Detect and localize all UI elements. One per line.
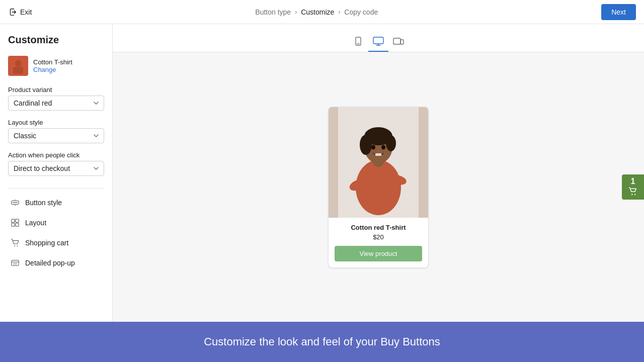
sidebar-item-button-style[interactable]: Button style [8, 193, 104, 213]
exit-button[interactable]: Exit [8, 8, 32, 17]
responsive-icon [393, 36, 404, 46]
bottom-banner: Customize the look and feel of your Buy … [0, 322, 644, 362]
layout-style-label: Layout style [8, 119, 104, 126]
svg-rect-15 [393, 38, 400, 44]
device-desktop-button[interactable] [368, 32, 388, 52]
breadcrumb-customize: Customize [301, 8, 334, 16]
svg-rect-12 [12, 260, 19, 266]
sidebar-item-shopping-cart[interactable]: Shopping cart [8, 233, 104, 253]
sidebar-item-detailed-popup-label: Detailed pop-up [25, 259, 75, 267]
action-click-label: Action when people click [8, 151, 104, 159]
mobile-icon [353, 36, 363, 46]
preview-canvas: Cotton red T-shirt $20 View product 1 [113, 52, 644, 322]
product-change-link[interactable]: Change [33, 66, 72, 73]
svg-point-11 [17, 245, 18, 246]
svg-point-31 [634, 194, 636, 196]
svg-point-5 [15, 205, 16, 206]
header: Exit Button type › Customize › Copy code… [0, 0, 644, 24]
bottom-banner-text: Customize the look and feel of your Buy … [204, 335, 440, 348]
svg-point-30 [631, 194, 633, 196]
action-click-select[interactable]: Direct to checkout Add to cart Open prod… [8, 161, 104, 176]
sidebar-item-detailed-popup[interactable]: Detailed pop-up [8, 253, 104, 273]
svg-rect-7 [16, 219, 19, 222]
product-card-title: Cotton red T-shirt [335, 224, 422, 231]
sidebar-divider [8, 188, 104, 189]
popup-icon [10, 258, 20, 268]
breadcrumb-copy-code[interactable]: Copy code [344, 8, 378, 16]
breadcrumb-chevron-1: › [295, 9, 297, 16]
svg-point-26 [386, 135, 396, 151]
exit-label: Exit [20, 8, 32, 16]
sidebar-title: Customize [8, 34, 104, 46]
layout-style-group: Layout style Classic Modern Minimal [8, 119, 104, 143]
product-name: Cotton T-shirt [33, 58, 72, 66]
sidebar-item-layout[interactable]: Layout [8, 213, 104, 233]
svg-rect-16 [400, 40, 404, 44]
action-click-group: Action when people click Direct to check… [8, 151, 104, 176]
product-image-illustration [338, 107, 419, 218]
product-card-price: $20 [335, 233, 422, 241]
cart-icon [628, 187, 638, 197]
shopping-cart-icon [10, 238, 20, 248]
svg-rect-6 [12, 219, 15, 222]
button-style-icon [10, 198, 20, 208]
product-variant-select[interactable]: Cardinal red Navy blue Forest green Blac… [8, 96, 104, 111]
product-variant-label: Product variant [8, 86, 104, 94]
desktop-icon [373, 36, 384, 46]
layout-style-select[interactable]: Classic Modern Minimal [8, 128, 104, 143]
product-card-image [329, 107, 428, 218]
product-thumbnail [8, 56, 28, 76]
svg-point-25 [360, 135, 372, 155]
cart-badge-count: 1 [631, 177, 635, 186]
svg-rect-2 [13, 67, 23, 74]
breadcrumb-button-type[interactable]: Button type [255, 8, 291, 16]
product-card-body: Cotton red T-shirt $20 View product [329, 218, 428, 267]
exit-icon [8, 8, 17, 17]
svg-rect-14 [373, 37, 383, 44]
product-info: Cotton T-shirt Change [33, 58, 72, 73]
svg-point-10 [14, 245, 15, 246]
product-section: Cotton T-shirt Change [8, 56, 104, 76]
layout-icon [10, 218, 20, 228]
svg-point-27 [371, 145, 375, 149]
device-mobile-button[interactable] [348, 32, 368, 52]
product-variant-group: Product variant Cardinal red Navy blue F… [8, 86, 104, 111]
svg-point-4 [15, 200, 16, 201]
cart-badge[interactable]: 1 [622, 174, 644, 200]
svg-point-1 [15, 60, 21, 67]
sidebar: Customize Cotton T-shirt Change Product … [0, 24, 113, 322]
main-content: Customize Cotton T-shirt Change Product … [0, 24, 644, 322]
view-product-button[interactable]: View product [335, 246, 422, 261]
sidebar-item-layout-label: Layout [25, 219, 46, 227]
preview-area: Cotton red T-shirt $20 View product 1 [113, 24, 644, 322]
svg-rect-8 [12, 223, 15, 226]
next-button[interactable]: Next [601, 4, 636, 20]
sidebar-item-shopping-cart-label: Shopping cart [25, 239, 68, 247]
preview-toolbar [113, 24, 644, 52]
product-card: Cotton red T-shirt $20 View product [328, 107, 429, 268]
product-thumbnail-image [9, 57, 27, 75]
sidebar-item-button-style-label: Button style [25, 199, 62, 207]
device-responsive-button[interactable] [388, 32, 409, 52]
breadcrumb: Button type › Customize › Copy code [255, 8, 378, 16]
svg-rect-29 [375, 153, 381, 156]
svg-rect-9 [16, 223, 19, 226]
breadcrumb-chevron-2: › [338, 9, 340, 16]
svg-point-28 [381, 145, 385, 149]
